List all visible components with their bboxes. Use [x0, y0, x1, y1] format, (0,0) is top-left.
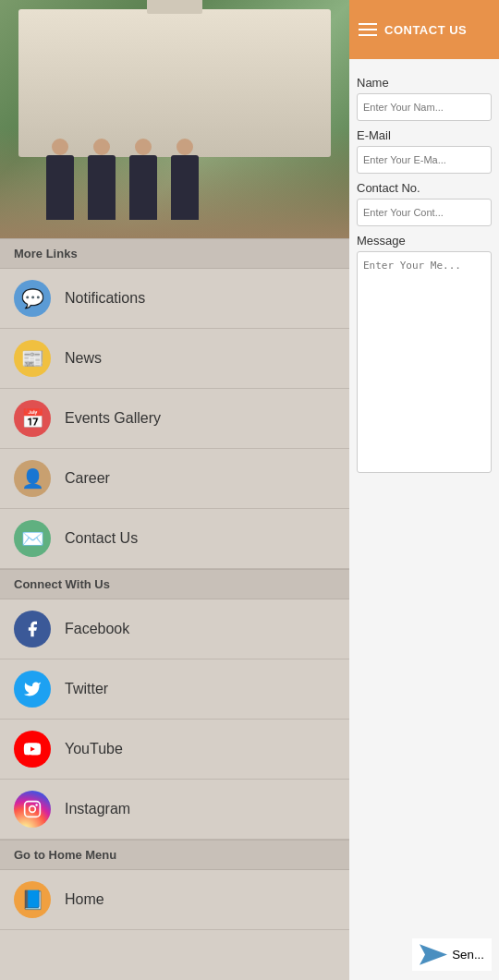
- contact-no-label: Contact No.: [357, 181, 492, 195]
- contact-header-text: CONTACT US: [384, 23, 467, 37]
- message-label: Message: [357, 234, 492, 248]
- send-icon: [420, 943, 447, 966]
- sidebar-item-home[interactable]: 📘 Home: [0, 870, 349, 930]
- svg-point-2: [30, 806, 36, 813]
- home-icon: 📘: [14, 881, 51, 918]
- home-menu-header: Go to Home Menu: [0, 840, 349, 870]
- message-textarea[interactable]: [357, 251, 492, 473]
- news-icon: 📰: [14, 340, 51, 377]
- more-links-header: More Links: [0, 238, 349, 269]
- people-silhouettes: [46, 155, 199, 220]
- contact-label: Contact Us: [65, 530, 138, 547]
- home-label: Home: [65, 891, 104, 908]
- facebook-label: Facebook: [65, 621, 129, 637]
- send-button[interactable]: Sen...: [412, 938, 492, 971]
- person-2: [88, 155, 116, 220]
- person-4: [171, 155, 199, 220]
- hero-image: [0, 0, 349, 238]
- twitter-icon: [14, 671, 51, 708]
- contact-form: Name E-Mail Contact No. Message: [349, 59, 499, 980]
- svg-point-3: [35, 804, 38, 806]
- svg-rect-5: [425, 953, 439, 956]
- person-3: [129, 155, 157, 220]
- sidebar-item-notifications[interactable]: 💬 Notifications: [0, 269, 349, 329]
- sidebar-item-career[interactable]: 👤 Career: [0, 449, 349, 509]
- contact-icon: ✉️: [14, 520, 51, 557]
- sidebar-item-contact[interactable]: ✉️ Contact Us: [0, 509, 349, 569]
- events-label: Events Gallery: [65, 410, 161, 427]
- email-input[interactable]: [357, 146, 492, 174]
- contact-header: CONTACT US: [349, 0, 499, 59]
- connect-header: Connect With Us: [0, 569, 349, 599]
- news-label: News: [65, 350, 102, 367]
- instagram-label: Instagram: [65, 801, 130, 817]
- notifications-icon: 💬: [14, 280, 51, 317]
- building: [18, 9, 331, 157]
- youtube-label: YouTube: [65, 741, 123, 757]
- svg-rect-1: [25, 802, 41, 817]
- facebook-icon: [14, 611, 51, 647]
- career-icon: 👤: [14, 460, 51, 497]
- sidebar-item-facebook[interactable]: Facebook: [0, 599, 349, 659]
- name-label: Name: [357, 76, 492, 90]
- sidebar-item-news[interactable]: 📰 News: [0, 329, 349, 389]
- events-icon: 📅: [14, 400, 51, 437]
- name-input[interactable]: [357, 93, 492, 121]
- send-label: Sen...: [452, 948, 484, 962]
- sidebar-item-instagram[interactable]: Instagram: [0, 780, 349, 840]
- career-label: Career: [65, 470, 110, 487]
- hamburger-icon[interactable]: [359, 23, 377, 36]
- left-panel: More Links 💬 Notifications 📰 News 📅 Even…: [0, 0, 349, 980]
- twitter-label: Twitter: [65, 681, 108, 697]
- person-1: [46, 155, 74, 220]
- sidebar-item-events[interactable]: 📅 Events Gallery: [0, 389, 349, 449]
- sidebar-item-youtube[interactable]: YouTube: [0, 720, 349, 780]
- contact-input[interactable]: [357, 199, 492, 226]
- notifications-label: Notifications: [65, 290, 145, 307]
- sidebar-item-twitter[interactable]: Twitter: [0, 659, 349, 720]
- right-panel: CONTACT US Name E-Mail Contact No. Messa…: [349, 0, 499, 980]
- email-label: E-Mail: [357, 128, 492, 142]
- instagram-icon: [14, 791, 51, 828]
- youtube-icon: [14, 731, 51, 768]
